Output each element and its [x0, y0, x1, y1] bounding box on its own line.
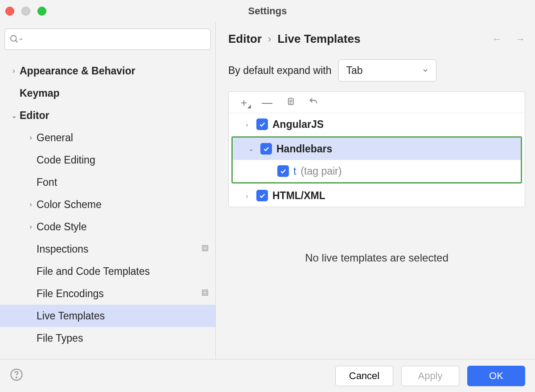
svg-rect-5 [204, 291, 206, 294]
copy-button[interactable] [285, 97, 296, 108]
window-title: Settings [0, 5, 535, 17]
chevron-right-icon: › [268, 33, 271, 45]
sidebar-item-editor[interactable]: ⌄Editor [0, 104, 215, 127]
template-group-label: Handlebars [276, 143, 332, 155]
svg-point-11 [16, 377, 17, 378]
sidebar-item-label: File and Code Templates [37, 265, 150, 278]
sidebar-item-label: Inspections [37, 243, 88, 255]
sidebar-item-label: Color Scheme [37, 199, 102, 211]
sidebar-item-font[interactable]: ›Font [0, 171, 215, 193]
expand-with-label: By default expand with [228, 65, 331, 77]
breadcrumb: Editor › Live Templates ← → [228, 26, 525, 59]
sidebar-item-label: Appearance & Behavior [20, 65, 135, 77]
svg-rect-3 [204, 247, 206, 249]
search-icon [9, 34, 19, 44]
sidebar-item-code-style[interactable]: ›Code Style [0, 216, 215, 238]
chevron-right-icon: › [25, 134, 37, 142]
chevron-right-icon: › [8, 67, 20, 75]
svg-rect-2 [202, 245, 208, 251]
project-scope-icon [201, 244, 209, 254]
sidebar-item-keymap[interactable]: ›Keymap [0, 82, 215, 104]
template-description: (tag pair) [300, 165, 342, 177]
sidebar-item-label: Code Style [37, 221, 87, 233]
template-group-html-xml[interactable]: ›HTML/XML [229, 184, 525, 207]
expand-with-select[interactable]: Tab [338, 59, 436, 82]
sidebar-item-file-types[interactable]: ›File Types [0, 327, 215, 349]
apply-button[interactable]: Apply [401, 366, 459, 386]
sidebar-item-label: Live Templates [37, 310, 105, 322]
breadcrumb-leaf: Live Templates [277, 32, 360, 46]
sidebar-item-label: General [37, 132, 73, 144]
settings-sidebar: ›Appearance & Behavior›Keymap⌄Editor›Gen… [0, 22, 216, 359]
titlebar: Settings [0, 0, 535, 22]
svg-line-1 [16, 41, 18, 43]
sidebar-item-label: File Types [37, 332, 83, 344]
checkbox[interactable] [260, 143, 272, 155]
svg-rect-4 [202, 290, 208, 295]
sidebar-item-live-templates[interactable]: ›Live Templates [0, 305, 215, 327]
sidebar-item-label: Editor [20, 110, 49, 122]
chevron-down-icon [422, 67, 429, 74]
search-input[interactable] [4, 29, 211, 50]
template-abbrev: t [293, 165, 296, 177]
chevron-right-icon: › [25, 223, 37, 231]
sidebar-item-code-editing[interactable]: ›Code Editing [0, 149, 215, 171]
template-group-angularjs[interactable]: ›AngularJS [229, 113, 525, 135]
template-group-label: HTML/XML [272, 190, 325, 202]
sidebar-item-color-scheme[interactable]: ›Color Scheme [0, 193, 215, 216]
sidebar-item-file-encodings[interactable]: ›File Encodings [0, 282, 215, 305]
chevron-down-icon [18, 37, 24, 42]
template-group-label: AngularJS [272, 118, 324, 131]
breadcrumb-root: Editor [228, 32, 262, 46]
remove-button[interactable]: — [262, 97, 272, 108]
sidebar-item-file-and-code-templates[interactable]: ›File and Code Templates [0, 260, 215, 282]
sidebar-item-label: Keymap [20, 87, 59, 99]
empty-selection-message: No live templates are selected [228, 207, 525, 309]
checkbox[interactable] [256, 190, 268, 201]
chevron-down-icon: ⌄ [246, 145, 256, 153]
live-templates-panel: ＋◢ — ›AngularJS⌄Handlebarst (tag pair)›H… [228, 91, 525, 207]
help-button[interactable] [10, 368, 23, 384]
checkbox[interactable] [277, 165, 289, 177]
template-group-handlebars[interactable]: ⌄Handlebars [233, 138, 521, 160]
project-scope-icon [201, 288, 209, 299]
sidebar-item-general[interactable]: ›General [0, 127, 215, 149]
cancel-button[interactable]: Cancel [335, 366, 393, 386]
sidebar-item-label: File Encodings [37, 288, 104, 300]
checkbox[interactable] [256, 118, 268, 130]
chevron-right-icon: › [242, 121, 252, 128]
template-item[interactable]: t (tag pair) [233, 160, 521, 182]
chevron-down-icon: ⌄ [8, 111, 20, 120]
sidebar-item-appearance-behavior[interactable]: ›Appearance & Behavior [0, 60, 215, 82]
sidebar-item-label: Font [37, 176, 57, 188]
undo-button[interactable] [308, 97, 319, 108]
sidebar-item-inspections[interactable]: ›Inspections [0, 238, 215, 260]
nav-back-button[interactable]: ← [492, 33, 502, 45]
svg-point-0 [11, 36, 16, 41]
chevron-right-icon: › [242, 192, 252, 200]
add-button[interactable]: ＋◢ [239, 97, 249, 108]
nav-forward-button[interactable]: → [515, 33, 525, 45]
sidebar-item-label: Code Editing [37, 154, 95, 166]
chevron-right-icon: › [25, 200, 37, 208]
ok-button[interactable]: OK [467, 366, 525, 386]
